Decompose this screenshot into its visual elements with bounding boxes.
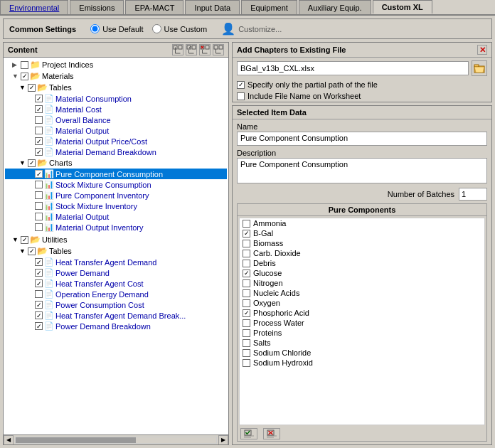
h-scroll-thumb[interactable]: [16, 437, 136, 443]
tree-item-pure-component-inventory[interactable]: 📊 Pure Component Inventory: [5, 190, 227, 201]
tree-item-util-tables[interactable]: ▼ 📂 Tables: [5, 245, 227, 257]
use-custom-radio[interactable]: [152, 24, 161, 33]
tree-item-heat-transfer-demand[interactable]: 📄 Heat Transfer Agent Demand: [5, 257, 227, 267]
tab-input-data[interactable]: Input Data: [185, 0, 240, 14]
tree-item-overall-balance[interactable]: 📄 Overall Balance: [5, 114, 227, 125]
checkbox-material-consumption[interactable]: [35, 95, 43, 102]
checkbox-material-output-inventory[interactable]: [35, 223, 43, 231]
pc-checkbox[interactable]: [243, 230, 250, 238]
list-item[interactable]: Biomass: [240, 238, 484, 248]
list-item[interactable]: Ammonia: [240, 218, 484, 228]
checkbox-materials[interactable]: [21, 73, 28, 80]
toolbar-btn-3[interactable]: [199, 44, 211, 55]
list-item[interactable]: Nitrogen: [240, 278, 484, 288]
tree-item-power-demand[interactable]: 📄 Power Demand: [5, 267, 227, 278]
pc-checkbox[interactable]: [243, 329, 250, 337]
checkbox-pure-component-consumption[interactable]: [35, 170, 43, 178]
checkbox-heat-transfer-demand[interactable]: [35, 258, 43, 266]
tree-item-material-consumption[interactable]: 📄 Material Consumption: [5, 93, 227, 104]
scroll-left-btn[interactable]: ◀: [4, 435, 14, 445]
tree-item-pure-component-consumption[interactable]: 📊 Pure Component Consumption: [5, 169, 227, 179]
deselect-all-button[interactable]: [263, 428, 280, 439]
pc-checkbox[interactable]: [243, 250, 250, 257]
pc-checkbox[interactable]: [243, 240, 250, 247]
tree-item-material-output-price[interactable]: 📄 Material Output Price/Cost: [5, 136, 227, 146]
file-input[interactable]: [237, 61, 469, 75]
checkbox-material-output-price[interactable]: [35, 137, 43, 145]
tree-item-mat-tables[interactable]: ▼ 📂 Tables: [5, 82, 227, 93]
browse-button[interactable]: [472, 60, 487, 76]
tree-item-mat-charts[interactable]: ▼ 📂 Charts: [5, 157, 227, 169]
checkbox-mat-tables[interactable]: [28, 84, 36, 92]
pc-checkbox[interactable]: [243, 220, 250, 228]
tree-item-project-indices[interactable]: ▶ 📁 Project Indices: [5, 59, 227, 70]
tab-emissions[interactable]: Emissions: [70, 0, 124, 14]
tree-item-power-consumption-cost[interactable]: 📄 Power Consumption Cost: [5, 299, 227, 310]
tab-epa-mact[interactable]: EPA-MACT: [125, 0, 183, 14]
tree-item-heat-transfer-demand-break[interactable]: 📄 Heat Transfer Agent Demand Break...: [5, 310, 227, 321]
checkbox-stock-mixture-consumption[interactable]: [35, 181, 43, 188]
checkbox-material-demand[interactable]: [35, 148, 43, 156]
h-scroll-track[interactable]: [15, 437, 217, 444]
tab-equipment[interactable]: Equipment: [241, 0, 297, 14]
tree-item-power-demand-breakdown[interactable]: 📄 Power Demand Breakdown: [5, 321, 227, 331]
tree-item-material-cost[interactable]: 📄 Material Cost: [5, 104, 227, 114]
pc-checkbox[interactable]: [243, 349, 250, 357]
checkbox-pure-component-inventory[interactable]: [35, 191, 43, 199]
tree-item-operation-energy[interactable]: 📄 Operation Energy Demand: [5, 289, 227, 299]
list-item[interactable]: Sodium Chloride: [240, 348, 484, 358]
tree-item-material-output-inventory[interactable]: 📊 Material Output Inventory: [5, 222, 227, 233]
list-item[interactable]: Oxygen: [240, 298, 484, 308]
checkbox-mat-charts[interactable]: [28, 159, 36, 167]
list-item[interactable]: Glucose: [240, 268, 484, 278]
checkbox-util-tables[interactable]: [28, 247, 36, 255]
list-item[interactable]: Phosphoric Acid: [240, 308, 484, 318]
toolbar-btn-4[interactable]: [213, 44, 224, 55]
toolbar-btn-2[interactable]: [186, 44, 197, 55]
tree-container[interactable]: ▶ 📁 Project Indices ▼ 📂 Materials ▼ 📂: [4, 58, 228, 434]
customize-button[interactable]: 👤 Customize...: [221, 22, 282, 36]
tree-item-stock-mixture-inventory[interactable]: 📊 Stock Mixture Inventory: [5, 201, 227, 211]
list-item[interactable]: Nucleic Acids: [240, 288, 484, 298]
list-item[interactable]: Carb. Dioxide: [240, 248, 484, 258]
checkbox-overall-balance[interactable]: [35, 116, 43, 124]
checkbox-utilities[interactable]: [21, 236, 28, 244]
checkbox-material-cost[interactable]: [35, 105, 43, 113]
tree-item-utilities[interactable]: ▼ 📂 Utilities: [5, 234, 227, 245]
checkbox-stock-mixture-inventory[interactable]: [35, 202, 43, 210]
tab-custom-xl[interactable]: Custom XL: [373, 0, 432, 14]
list-item[interactable]: Proteins: [240, 328, 484, 338]
tree-item-heat-transfer-cost[interactable]: 📄 Heat Transfer Agent Cost: [5, 278, 227, 289]
pc-checkbox[interactable]: [243, 319, 250, 327]
checkbox-heat-transfer-demand-break[interactable]: [35, 311, 43, 319]
checkbox-project-indices[interactable]: [21, 61, 28, 69]
pc-checkbox[interactable]: [243, 299, 250, 307]
list-item[interactable]: Sodium Hydroxid: [240, 358, 484, 368]
batches-input[interactable]: [459, 188, 487, 201]
select-all-button[interactable]: [240, 428, 257, 439]
scroll-right-btn[interactable]: ▶: [218, 435, 228, 445]
list-item[interactable]: Process Water: [240, 318, 484, 328]
list-item[interactable]: Salts: [240, 338, 484, 348]
h-scrollbar[interactable]: ◀ ▶: [4, 434, 228, 444]
tree-item-material-demand[interactable]: 📄 Material Demand Breakdown: [5, 146, 227, 157]
checkbox-power-demand[interactable]: [35, 269, 43, 277]
tree-item-material-output2[interactable]: 📊 Material Output: [5, 211, 227, 222]
tree-item-stock-mixture-consumption[interactable]: 📊 Stock Mixture Consumption: [5, 179, 227, 190]
close-button[interactable]: ✕: [477, 45, 487, 55]
pc-checkbox[interactable]: [243, 359, 250, 367]
list-item[interactable]: B-Gal: [240, 228, 484, 238]
toolbar-btn-1[interactable]: [172, 44, 183, 55]
pc-checkbox[interactable]: [243, 270, 250, 277]
checkbox-operation-energy[interactable]: [35, 290, 43, 298]
pc-checkbox[interactable]: [243, 260, 250, 267]
pc-checkbox[interactable]: [243, 279, 250, 287]
partial-path-checkbox[interactable]: ✓: [237, 81, 245, 89]
checkbox-power-demand-breakdown[interactable]: [35, 322, 43, 330]
use-default-radio[interactable]: [90, 24, 100, 33]
checkbox-material-output2[interactable]: [35, 213, 43, 220]
pc-checkbox[interactable]: [243, 339, 250, 347]
checkbox-power-consumption-cost[interactable]: [35, 301, 43, 309]
checkbox-heat-transfer-cost[interactable]: [35, 279, 43, 287]
pure-components-list[interactable]: AmmoniaB-GalBiomassCarb. DioxideDebrisGl…: [239, 218, 485, 425]
